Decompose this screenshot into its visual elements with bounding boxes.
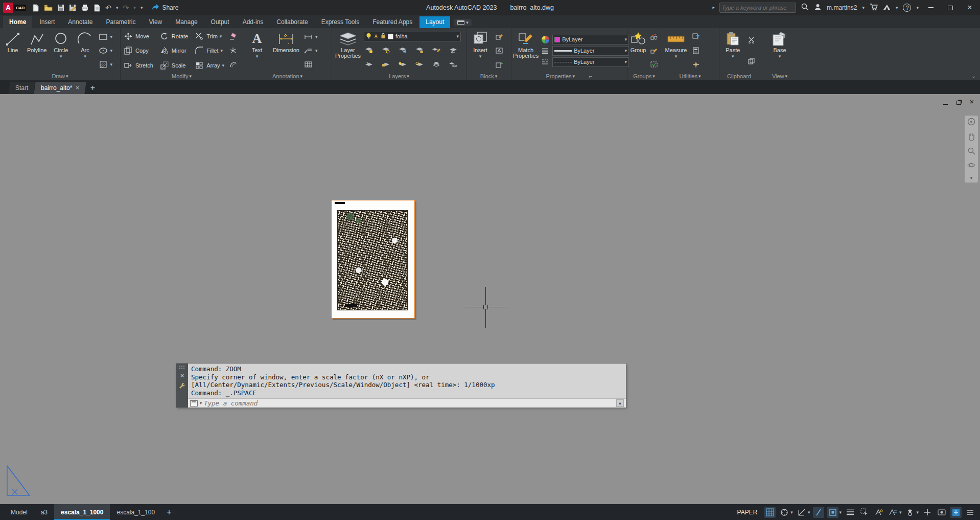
panel-annotation-label[interactable]: Annotation — [245, 72, 330, 80]
polar-caret-icon[interactable] — [808, 510, 810, 515]
polyline-button[interactable]: Polyline — [26, 30, 48, 72]
layer-merge-button[interactable] — [448, 59, 458, 70]
file-tab-close-icon[interactable]: × — [76, 84, 80, 92]
annotation-visibility-toggle[interactable] — [873, 507, 884, 518]
hatch-caret-icon[interactable] — [110, 62, 113, 67]
trim-button[interactable]: Trim — [194, 31, 225, 41]
linear-dimension-caret-icon[interactable] — [315, 34, 318, 39]
layout-paper[interactable] — [331, 200, 415, 319]
group-edit-button[interactable] — [649, 45, 659, 56]
workspace-caret-icon[interactable] — [916, 510, 919, 515]
block-create-button[interactable] — [494, 59, 509, 70]
search-icon[interactable] — [801, 3, 809, 12]
copy-clip-button[interactable] — [746, 56, 757, 66]
command-input-row[interactable]: ▲ — [188, 398, 626, 408]
command-window[interactable]: × Command: ZOOMSpecify corner of window,… — [176, 364, 626, 408]
annotation-scale-button[interactable] — [888, 507, 899, 518]
redo-icon[interactable]: ↷ — [123, 4, 129, 11]
ribbon-collapse-icon[interactable]: ⌄ — [972, 73, 976, 79]
layer-match-button[interactable] — [431, 45, 441, 55]
undo-icon[interactable]: ↶ — [105, 4, 111, 11]
command-recent-caret-icon[interactable] — [200, 401, 202, 405]
new-file-icon[interactable] — [32, 4, 39, 12]
layer-unlock-icon[interactable] — [381, 33, 386, 40]
drawing-minimize-button[interactable] — [941, 98, 949, 105]
id-point-button[interactable] — [691, 59, 708, 70]
command-input[interactable] — [204, 399, 614, 407]
user-menu-caret-icon[interactable] — [862, 5, 865, 10]
layer-unlock-all-button[interactable] — [381, 59, 391, 70]
table-button[interactable] — [303, 59, 325, 70]
help-caret-icon[interactable] — [916, 5, 919, 10]
scale-button[interactable]: Scale — [159, 60, 189, 71]
mirror-button[interactable]: Mirror — [159, 46, 189, 56]
map-viewport[interactable] — [338, 211, 407, 310]
tab-output[interactable]: Output — [205, 16, 236, 28]
layer-previous-button[interactable] — [448, 45, 458, 55]
save-as-icon[interactable] — [69, 4, 76, 11]
arc-button[interactable]: Arc — [74, 30, 96, 72]
tab-annotate[interactable]: Annotate — [62, 16, 99, 28]
tab-parametric[interactable]: Parametric — [100, 16, 142, 28]
panel-view-label[interactable]: View — [761, 72, 799, 80]
layer-color-swatch[interactable] — [388, 34, 393, 39]
paper-space-toggle[interactable]: PAPER — [733, 507, 762, 517]
layer-off-button[interactable] — [364, 45, 374, 55]
close-button[interactable]: × — [963, 2, 977, 13]
stretch-button[interactable]: Stretch — [123, 60, 154, 71]
linear-dimension-button[interactable] — [303, 31, 325, 42]
share-button[interactable]: Share — [152, 4, 178, 12]
object-color-select[interactable]: ByLayer — [552, 35, 629, 44]
clean-screen-button[interactable] — [950, 507, 962, 518]
measure-button[interactable]: Measure — [663, 30, 689, 72]
panel-groups-label[interactable]: Groups — [629, 72, 659, 80]
cut-button[interactable] — [746, 35, 757, 46]
group-button[interactable]: Group — [629, 30, 647, 72]
drawing-close-button[interactable]: × — [968, 98, 976, 105]
tab-featured-apps[interactable]: Featured Apps — [366, 16, 418, 28]
snap-caret-icon[interactable] — [790, 510, 793, 515]
leader-button[interactable] — [303, 45, 325, 56]
drawing-area[interactable]: × × Command: ZOOMSpecify corner of windo… — [0, 94, 980, 504]
layer-properties-button[interactable]: Layer Properties — [334, 30, 362, 72]
base-caret-icon[interactable] — [779, 54, 781, 59]
ortho-toggle[interactable] — [813, 507, 824, 518]
layout-tab-model[interactable]: Model — [4, 504, 34, 520]
customization-button[interactable] — [965, 507, 976, 518]
layer-make-current-button[interactable] — [364, 59, 374, 70]
help-icon[interactable]: ? — [903, 4, 911, 12]
file-tab-drawing[interactable]: bairro_alto* × — [34, 82, 87, 94]
command-close-icon[interactable]: × — [180, 373, 184, 379]
autodesk-caret-icon[interactable] — [896, 5, 898, 10]
polar-tracking-toggle[interactable] — [796, 507, 807, 518]
base-button[interactable]: Base — [767, 30, 792, 72]
file-tab-start[interactable]: Start — [8, 82, 35, 94]
layer-lock-button[interactable] — [414, 45, 425, 55]
offset-button[interactable] — [228, 59, 241, 70]
layer-on-bulb-icon[interactable] — [366, 33, 371, 40]
selection-cycling-toggle[interactable] — [859, 507, 870, 518]
fillet-caret-icon[interactable] — [220, 48, 223, 53]
osnap-toggle[interactable] — [827, 507, 838, 518]
quick-calculator-button[interactable] — [691, 45, 708, 56]
insert-caret-icon[interactable] — [479, 54, 482, 59]
snap-toggle[interactable] — [779, 507, 790, 518]
tab-view[interactable]: View — [143, 16, 168, 28]
panel-layers-label[interactable]: Layers — [334, 72, 464, 80]
circle-button[interactable]: Circle — [50, 30, 72, 72]
minimize-button[interactable] — [924, 2, 938, 13]
ribbon-display-toggle[interactable] — [454, 19, 472, 26]
tab-addins[interactable]: Add-ins — [237, 16, 270, 28]
zoom-icon[interactable] — [968, 147, 975, 156]
layer-thaw-sun-icon[interactable]: ☀ — [374, 33, 379, 40]
line-button[interactable]: Line — [2, 30, 24, 72]
properties-dialog-launcher-icon[interactable]: ⌐ — [589, 73, 592, 79]
copy-button[interactable]: Copy — [123, 46, 154, 56]
tab-insert[interactable]: Insert — [33, 16, 61, 28]
command-recent-icon[interactable] — [190, 400, 198, 406]
tab-express-tools[interactable]: Express Tools — [315, 16, 365, 28]
annotation-scale-caret-icon[interactable] — [899, 510, 902, 515]
array-caret-icon[interactable] — [222, 63, 225, 68]
tab-layout[interactable]: Layout — [419, 16, 450, 28]
arc-caret-icon[interactable] — [84, 54, 86, 59]
